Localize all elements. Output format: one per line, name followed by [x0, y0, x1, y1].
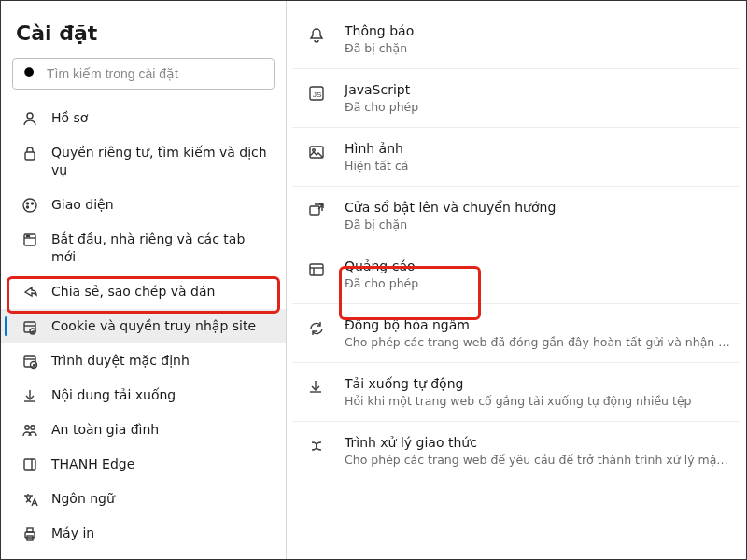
sidebar-item-label: Ngôn ngữ	[51, 490, 273, 508]
sidebar-item-default-browser[interactable]: Trình duyệt mặc định	[1, 343, 286, 378]
sidebar-item-label: Bắt đầu, nhà riêng và các tab mới	[51, 231, 273, 266]
permission-status: Cho phép các trang web đã đóng gần đây h…	[345, 335, 731, 349]
language-icon	[21, 491, 38, 508]
permission-status: Hiện tất cả	[345, 159, 731, 173]
permission-status: Đã cho phép	[345, 100, 731, 114]
sidebar-item-label: Nội dung tải xuống	[51, 386, 273, 404]
sidebar-item-label: Quyền riêng tư, tìm kiếm và dịch vụ	[51, 144, 273, 179]
share-icon	[21, 284, 38, 301]
sidebar-item-appearance[interactable]: Giao diện	[1, 188, 286, 222]
permission-title: Cửa sổ bật lên và chuyển hướng	[345, 200, 731, 215]
permission-status: Đã bị chặn	[345, 217, 731, 231]
popup-icon	[307, 202, 326, 220]
permission-status: Đã cho phép	[345, 276, 731, 290]
sidebar-item-label: Trình duyệt mặc định	[51, 352, 273, 370]
sidebar-item-printers[interactable]: Máy in	[1, 516, 286, 551]
sidebar-item-edge-bar[interactable]: THANH Edge	[1, 447, 286, 482]
family-icon	[21, 422, 38, 439]
download-icon	[307, 378, 326, 397]
permission-notifications[interactable]: Thông báo Đã bị chặn	[292, 10, 740, 69]
sidebar-item-label: Giao diện	[51, 196, 273, 214]
image-icon	[307, 143, 326, 161]
sidebar-item-profile[interactable]: Hồ sơ	[1, 101, 286, 135]
settings-sidebar: Cài đặt Hồ sơ Quyền riêng tư, tìm kiếm v…	[1, 1, 287, 559]
permission-title: Đồng bộ hóa ngầm	[345, 317, 731, 332]
sidebar-item-label: Hồ sơ	[51, 109, 273, 127]
site-permissions-panel: Thông báo Đã bị chặn JavaScript Đã cho p…	[287, 1, 746, 559]
sidebar-item-label: Chia sẻ, sao chép và dán	[51, 283, 273, 301]
default-browser-icon	[21, 353, 38, 370]
sidebar-item-language[interactable]: Ngôn ngữ	[1, 482, 286, 516]
bell-icon	[307, 25, 326, 44]
sidebar-item-label: Cookie và quyền truy nhập site	[51, 317, 273, 335]
sidebar-item-label: An toàn gia đình	[51, 421, 273, 439]
start-icon	[21, 231, 38, 248]
cookies-icon	[21, 318, 38, 335]
edge-bar-icon	[21, 456, 38, 473]
permission-title: Trình xử lý giao thức	[345, 435, 731, 450]
permission-status: Hỏi khi một trang web cố gắng tải xuống …	[345, 394, 731, 408]
permission-javascript[interactable]: JavaScript Đã cho phép	[292, 69, 740, 128]
permission-images[interactable]: Hình ảnh Hiện tất cả	[292, 128, 740, 187]
profile-icon	[21, 110, 38, 127]
permission-title: Quảng cáo	[345, 259, 731, 273]
sidebar-item-downloads[interactable]: Nội dung tải xuống	[1, 378, 286, 413]
sidebar-item-privacy[interactable]: Quyền riêng tư, tìm kiếm và dịch vụ	[1, 135, 286, 188]
appearance-icon	[21, 197, 38, 214]
permission-auto-download[interactable]: Tải xuống tự động Hỏi khi một trang web …	[292, 363, 740, 422]
permissions-list: Thông báo Đã bị chặn JavaScript Đã cho p…	[287, 10, 746, 480]
sidebar-item-share[interactable]: Chia sẻ, sao chép và dán	[1, 274, 286, 309]
sidebar-item-start[interactable]: Bắt đầu, nhà riêng và các tab mới	[1, 222, 286, 274]
settings-search[interactable]	[12, 58, 275, 90]
settings-app: Cài đặt Hồ sơ Quyền riêng tư, tìm kiếm v…	[0, 0, 747, 560]
sidebar-item-system[interactable]: Hệ thống và Hiệu suất	[1, 551, 286, 559]
download-icon	[21, 387, 38, 404]
permission-popups[interactable]: Cửa sổ bật lên và chuyển hướng Đã bị chặ…	[292, 187, 740, 245]
settings-nav: Hồ sơ Quyền riêng tư, tìm kiếm và dịch v…	[1, 101, 286, 559]
sync-icon	[307, 319, 326, 338]
permission-title: Hình ảnh	[345, 141, 731, 156]
permission-ads[interactable]: Quảng cáo Đã cho phép	[292, 245, 740, 304]
permission-protocol-handler[interactable]: Trình xử lý giao thức Cho phép các trang…	[292, 422, 740, 480]
permission-background-sync[interactable]: Đồng bộ hóa ngầm Cho phép các trang web …	[292, 304, 740, 363]
permission-title: Thông báo	[345, 23, 731, 38]
search-input[interactable]	[47, 66, 264, 81]
lock-icon	[21, 145, 38, 161]
js-icon	[307, 84, 326, 103]
permission-status: Cho phép các trang web để yêu cầu để trở…	[345, 453, 731, 467]
permission-status: Đã bị chặn	[345, 41, 731, 55]
printer-icon	[21, 525, 38, 542]
sidebar-item-family[interactable]: An toàn gia đình	[1, 413, 286, 447]
search-icon	[22, 65, 47, 83]
protocol-icon	[307, 437, 326, 455]
sidebar-item-label: Máy in	[51, 525, 273, 542]
page-title: Cài đặt	[1, 14, 286, 58]
sidebar-item-cookies[interactable]: Cookie và quyền truy nhập site	[1, 309, 286, 343]
sidebar-item-label: THANH Edge	[51, 455, 273, 473]
ads-icon	[307, 260, 326, 279]
permission-title: JavaScript	[345, 82, 731, 97]
permission-title: Tải xuống tự động	[345, 376, 731, 391]
